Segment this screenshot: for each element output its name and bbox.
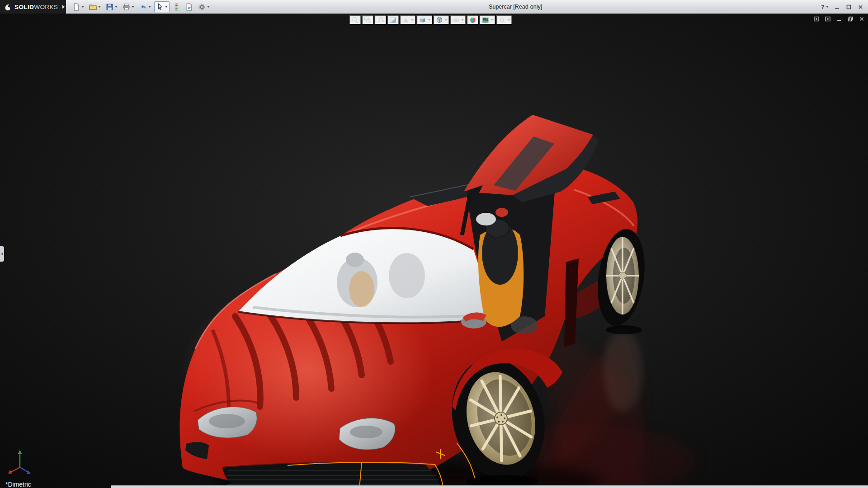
section-view-icon [389, 16, 397, 24]
window-right-arrow-button[interactable] [823, 15, 832, 23]
options-gear-icon [198, 3, 206, 11]
apply-scene-icon [481, 16, 489, 24]
view-settings-button[interactable] [496, 15, 512, 25]
display-style-icon [435, 16, 443, 24]
annotation-views-button[interactable] [400, 15, 416, 25]
doc-restore-button[interactable] [846, 15, 855, 23]
select-button[interactable] [154, 1, 170, 12]
file-properties-button[interactable] [184, 1, 195, 12]
maximize-icon [846, 5, 851, 9]
expand-right-icon [62, 5, 65, 9]
close-button[interactable] [855, 2, 866, 11]
select-cursor-icon [156, 3, 164, 11]
titlebar-controls: ? [819, 2, 868, 12]
new-document-icon [72, 3, 80, 11]
close-icon [859, 16, 864, 22]
dropdown-arrow-icon[interactable] [507, 19, 510, 21]
window-right-arrow-icon [825, 16, 830, 22]
minimize-button[interactable] [831, 2, 842, 11]
open-button[interactable] [87, 1, 103, 12]
dropdown-arrow-icon[interactable] [81, 6, 84, 8]
zoom-to-fit-icon [351, 16, 359, 24]
save-floppy-icon [106, 3, 113, 11]
front-grille [222, 462, 442, 488]
dropdown-arrow-icon[interactable] [411, 19, 414, 21]
section-view-button[interactable] [387, 15, 399, 25]
dropdown-arrow-icon[interactable] [826, 6, 829, 8]
help-label: ? [821, 4, 825, 10]
maximize-button[interactable] [843, 2, 854, 11]
undo-arrow-icon [139, 3, 147, 11]
dropdown-arrow-icon[interactable] [132, 6, 134, 8]
printer-icon [123, 3, 130, 11]
minimize-icon [836, 16, 842, 22]
dropdown-arrow-icon[interactable] [115, 6, 118, 8]
dropdown-arrow-icon[interactable] [207, 6, 210, 8]
graphics-viewport[interactable]: *Dimetric [0, 14, 868, 488]
menus-expand-arrow[interactable] [61, 0, 66, 14]
doc-close-button[interactable] [857, 15, 866, 23]
display-style-button[interactable] [433, 15, 449, 25]
dropdown-arrow-icon[interactable] [98, 6, 101, 8]
menu-bar-toolbar [66, 1, 212, 12]
zoom-to-fit-button[interactable] [349, 15, 361, 25]
dassault-systemes-logo-icon [4, 3, 12, 11]
edit-appearance-button[interactable] [467, 15, 479, 25]
zoom-to-area-icon [364, 16, 372, 24]
undo-button[interactable] [137, 1, 153, 12]
document-title: Supercar [Read-only] [212, 4, 819, 10]
previous-view-button[interactable] [374, 15, 387, 25]
apply-scene-button[interactable] [479, 15, 495, 25]
new-button[interactable] [71, 1, 86, 12]
hide-show-items-button[interactable] [450, 15, 466, 25]
solidworks-logo: SOLIDWORKS [0, 0, 61, 14]
solidworks-window: SOLIDWORKS [0, 0, 868, 488]
view-settings-icon [498, 16, 506, 24]
dropdown-arrow-icon[interactable] [461, 19, 464, 21]
dropdown-arrow-icon[interactable] [491, 19, 493, 21]
rebuild-traffic-light-icon [173, 3, 180, 11]
open-folder-icon [89, 3, 97, 11]
document-window-controls [812, 15, 866, 23]
collapse-left-icon [1, 252, 3, 256]
doc-minimize-button[interactable] [835, 15, 844, 23]
window-left-arrow-icon [814, 16, 819, 22]
minimize-icon [835, 5, 840, 9]
dropdown-arrow-icon[interactable] [165, 6, 168, 8]
dropdown-arrow-icon[interactable] [148, 6, 151, 8]
dropdown-arrow-icon[interactable] [428, 19, 430, 21]
view-orientation-cube-icon [419, 16, 426, 24]
heads-up-view-toolbar [349, 15, 512, 25]
orientation-triad [6, 446, 38, 478]
previous-view-icon [377, 16, 384, 24]
edit-appearance-ball-icon [469, 16, 476, 24]
titlebar: SOLIDWORKS [0, 0, 868, 14]
car-render [0, 14, 868, 488]
rebuild-button[interactable] [171, 1, 182, 12]
annotation-views-icon [402, 16, 410, 24]
help-button[interactable]: ? [819, 2, 830, 12]
file-properties-icon [185, 3, 193, 11]
featuremanager-collapse-handle[interactable] [0, 246, 4, 262]
print-button[interactable] [121, 1, 136, 12]
save-button[interactable] [104, 1, 119, 12]
dropdown-arrow-icon[interactable] [444, 19, 447, 21]
zoom-to-area-button[interactable] [362, 15, 374, 25]
view-orientation-label: *Dimetric [5, 481, 31, 488]
close-icon [858, 5, 863, 9]
view-orientation-button[interactable] [416, 15, 433, 25]
status-bar-strip [111, 485, 868, 488]
hide-show-eye-icon [452, 16, 460, 24]
y-axis-arrow [18, 450, 22, 454]
window-left-arrow-button[interactable] [812, 15, 821, 23]
restore-icon [848, 16, 853, 22]
options-button[interactable] [196, 1, 212, 12]
solidworks-wordmark: SOLIDWORKS [14, 4, 58, 10]
